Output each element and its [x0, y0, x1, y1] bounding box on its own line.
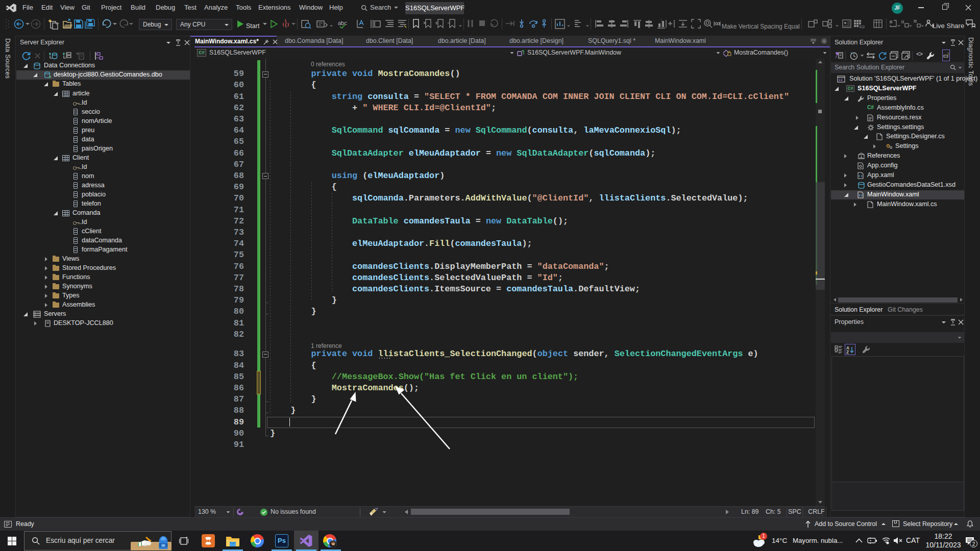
svg-text:abc: abc [338, 20, 347, 26]
svg-text:Z: Z [846, 349, 849, 354]
svg-text:SQL: SQL [859, 25, 865, 29]
